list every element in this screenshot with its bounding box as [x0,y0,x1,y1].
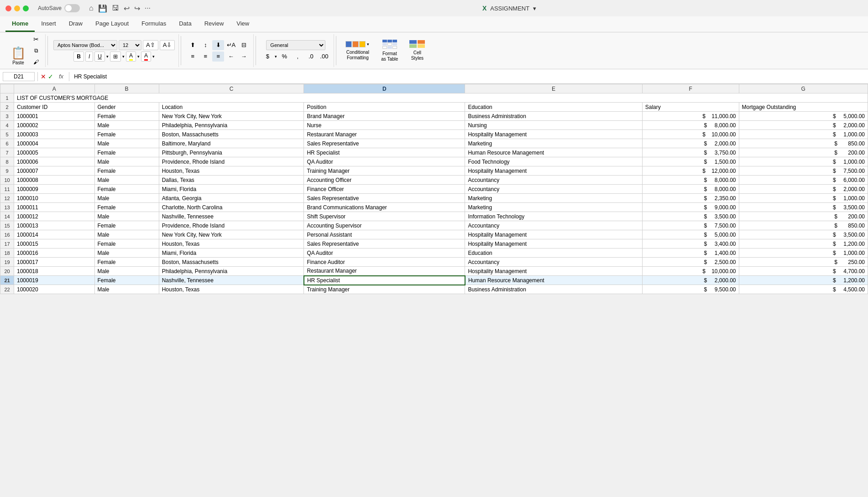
cell-G3[interactable]: $ 5,000.00 [739,112,868,121]
cell-D22[interactable]: Training Manager [304,285,465,294]
cell-B16[interactable]: Male [94,230,159,239]
cell-A7[interactable]: 1000005 [14,148,95,157]
accounting-format-button[interactable]: $ [261,52,273,62]
cell-C5[interactable]: Boston, Massachusetts [159,130,304,139]
cell-G22[interactable]: $ 4,500.00 [739,285,868,294]
italic-button[interactable]: I [85,52,93,62]
cell-C15[interactable]: Providence, Rhode Island [159,221,304,230]
align-top-button[interactable]: ⬆ [187,40,199,50]
cell-A22[interactable]: 1000020 [14,285,95,294]
decrease-decimal-button[interactable]: .0 [305,52,317,62]
cell-G17[interactable]: $ 1,200.00 [739,239,868,248]
cell-G12[interactable]: $ 1,000.00 [739,194,868,203]
cell-B21[interactable]: Female [94,276,159,285]
cell-A21[interactable]: 1000019 [14,276,95,285]
cell-C7[interactable]: Pittsburgh, Pennsylvania [159,148,304,157]
cell-G6[interactable]: $ 850.00 [739,139,868,148]
align-bottom-button[interactable]: ⬇ [212,40,224,50]
cell-B3[interactable]: Female [94,112,159,121]
row-num-6[interactable]: 6 [0,139,14,148]
cell-D21[interactable]: HR Specialist [304,276,465,285]
cancel-formula-icon[interactable]: ✕ [41,73,46,80]
cell-G5[interactable]: $ 1,000.00 [739,130,868,139]
cell-G4[interactable]: $ 2,000.00 [739,121,868,130]
cell-F21[interactable]: $ 2,000.00 [642,276,739,285]
row-num-14[interactable]: 14 [0,212,14,221]
font-name-select[interactable]: Aptos Narrow (Bod... [53,40,117,50]
accept-formula-icon[interactable]: ✓ [48,73,53,80]
cell-F18[interactable]: $ 1,400.00 [642,248,739,258]
cell-B12[interactable]: Male [94,194,159,203]
cell-B18[interactable]: Male [94,248,159,258]
row-num-12[interactable]: 12 [0,194,14,203]
tab-formulas[interactable]: Formulas [135,16,173,32]
col-header-D[interactable]: D [304,84,465,93]
cell-F8[interactable]: $ 1,500.00 [642,157,739,166]
cell-E12[interactable]: Marketing [465,194,642,203]
header-location[interactable]: Location [159,103,304,112]
row-num-20[interactable]: 20 [0,267,14,276]
cell-E13[interactable]: Marketing [465,203,642,212]
cell-C6[interactable]: Baltimore, Maryland [159,139,304,148]
cell-F15[interactable]: $ 7,500.00 [642,221,739,230]
copy-button[interactable]: ⧉ [31,46,42,56]
cell-C3[interactable]: New York City, New York [159,112,304,121]
row-num-7[interactable]: 7 [0,148,14,157]
row-num-16[interactable]: 16 [0,230,14,239]
increase-decimal-button[interactable]: .00 [318,52,330,62]
cell-C22[interactable]: Houston, Texas [159,285,304,294]
redo-icon[interactable]: ↪ [134,4,140,13]
tab-view[interactable]: View [230,16,256,32]
header-education[interactable]: Education [465,103,642,112]
header-customer-id[interactable]: Customer ID [14,103,95,112]
save-alt-icon[interactable]: 🖫 [112,4,119,12]
fill-color-button[interactable]: A [126,52,136,62]
border-dropdown[interactable]: ▾ [122,54,125,59]
cell-A14[interactable]: 1000012 [14,212,95,221]
row-num-22[interactable]: 22 [0,285,14,294]
accounting-dropdown[interactable]: ▾ [275,54,277,59]
cell-G19[interactable]: $ 250.00 [739,258,868,267]
cell-G13[interactable]: $ 3,500.00 [739,203,868,212]
maximize-button[interactable] [23,5,29,11]
cell-D18[interactable]: QA Auditor [304,248,465,258]
cell-F16[interactable]: $ 5,000.00 [642,230,739,239]
cell-C12[interactable]: Atlanta, Georgia [159,194,304,203]
cell-A16[interactable]: 1000014 [14,230,95,239]
cell-G14[interactable]: $ 200.00 [739,212,868,221]
font-color-button[interactable]: A [141,52,151,62]
cell-C21[interactable]: Nashville, Tennessee [159,276,304,285]
cell-G9[interactable]: $ 7,500.00 [739,166,868,176]
cell-E22[interactable]: Business Administration [465,285,642,294]
cell-styles-button[interactable]: CellStyles [406,39,429,62]
cell-E14[interactable]: Information Technology [465,212,642,221]
cell-F4[interactable]: $ 8,000.00 [642,121,739,130]
cell-A10[interactable]: 1000008 [14,176,95,185]
header-salary[interactable]: Salary [642,103,739,112]
autosave-toggle[interactable] [64,4,80,12]
decrease-indent-button[interactable]: ← [225,52,237,62]
cell-C13[interactable]: Charlotte, North Carolina [159,203,304,212]
cell-D4[interactable]: Nurse [304,121,465,130]
cell-A19[interactable]: 1000017 [14,258,95,267]
sheet-title-cell[interactable]: LIST OF CUSTOMER'S MORTGAGE [14,93,868,103]
font-grow-button[interactable]: A⇧ [143,40,158,50]
align-left-button[interactable]: ≡ [187,52,199,62]
header-position[interactable]: Position [304,103,465,112]
cell-D17[interactable]: Sales Representative [304,239,465,248]
cell-E5[interactable]: Hospitality Management [465,130,642,139]
header-mortgage[interactable]: Mortgage Outstanding [739,103,868,112]
cell-D14[interactable]: Shift Supervisor [304,212,465,221]
col-header-C[interactable]: C [159,84,304,93]
cell-A8[interactable]: 1000006 [14,157,95,166]
tab-draw[interactable]: Draw [63,16,89,32]
row-num-1[interactable]: 1 [0,93,14,103]
cell-B7[interactable]: Female [94,148,159,157]
cell-B22[interactable]: Male [94,285,159,294]
cell-E21[interactable]: Human Resource Management [465,276,642,285]
cell-G21[interactable]: $ 1,200.00 [739,276,868,285]
cell-B19[interactable]: Female [94,258,159,267]
number-format-select[interactable]: General Number Currency Accounting Date … [266,40,325,50]
font-size-select[interactable]: 12 [119,40,141,50]
font-shrink-button[interactable]: A⇩ [160,40,175,50]
